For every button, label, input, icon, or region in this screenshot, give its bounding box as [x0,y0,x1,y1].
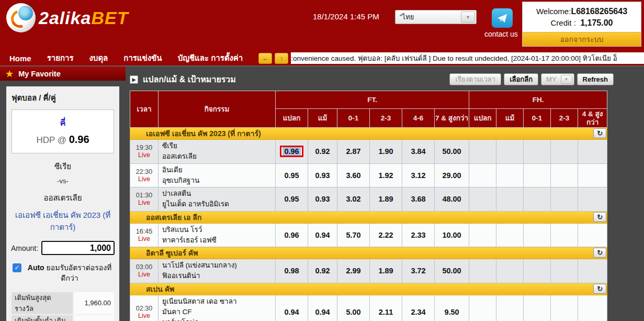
league-name-text: เอเอฟซี เอเชี่ยน คัพ 2023 (ที่ กาตาร์) [146,129,261,138]
arrow-up-icon: ↑ [280,54,284,62]
marquee-up-button[interactable]: ↑ [275,53,288,64]
nav-balance[interactable]: งบดุล [89,52,108,64]
ft-odds-cell[interactable]: 0.95 [276,163,308,187]
ft-odds-cell[interactable]: 0.98 [276,259,308,283]
league-refresh-icon[interactable]: ↻ [593,248,606,258]
limit-value: 50.00 [74,315,114,321]
ft-odds-cell[interactable]: 48.00 [435,187,469,212]
fh-odds-cell [469,223,496,247]
team-name: บริสแบน โรว์ [162,225,272,235]
ft-odds-cell[interactable]: 0.96 [276,223,308,247]
welcome-line: Welcome:L68168265643 [523,6,641,17]
team-name: ยูเนียนนิสตาส เดอ ซาลา [162,296,272,307]
ft-odds-cell[interactable]: 2.87 [337,140,370,164]
ft-odds-cell[interactable]: 0.92 [308,259,337,283]
ft-odds-cell[interactable]: 0.94 [308,295,337,321]
ft-odds-cell[interactable]: 0.93 [308,187,337,212]
credit-line: Credit : 1,175.00 [523,17,641,29]
marquee-back-button[interactable]: ← [258,53,272,64]
arrow-left-icon: ← [262,54,269,62]
refresh-button[interactable]: Refresh [577,73,614,85]
ft-odds-cell[interactable]: 3.84 [402,140,435,164]
fh-odds-cell [551,187,578,212]
league-refresh-icon[interactable]: ↻ [593,212,606,222]
nav-results[interactable]: การแข่งขัน [123,52,162,64]
league-refresh-icon[interactable]: ↻ [593,128,606,138]
ft-odds-cell[interactable]: 5.70 [337,223,370,247]
league-name: สเปน คัพ↻ [130,283,607,295]
language-select[interactable]: "ไทย ▼ [395,10,477,24]
bet-home-team: ซีเรีย [6,160,119,173]
ft-odds-cell[interactable]: 50.00 [435,259,469,283]
ft-odds-cell[interactable]: 3.02 [337,187,370,212]
ft-odds-cell[interactable]: 0.94 [276,295,308,321]
limit-label: เดิมพันขั้นต่ำ เดิมพัน [12,315,73,321]
username: L68168265643 [571,7,627,16]
ft-odds-cell[interactable]: 50.00 [435,140,469,164]
site-logo[interactable]: 2alikaBET [6,3,129,32]
ft-odds-cell[interactable]: 0.95 [276,187,308,212]
team-name: ออสเตรเลีย [162,151,272,162]
ft-odds-cell[interactable]: 1.92 [370,163,402,187]
ft-odds-cell[interactable]: 1.89 [370,187,402,212]
page-title-text: แปลก/แม้ & เป้าหมายรวม [143,73,236,86]
selected-odds-highlight[interactable]: 0.96 [280,146,303,157]
ft-odds-cell[interactable]: 29.00 [435,163,469,187]
ft-odds-cell[interactable]: 3.68 [402,187,435,212]
nav-statement[interactable]: รายการ [47,52,74,64]
bet-odds-line: HDP @ 0.96 [12,134,114,146]
ft-odds-cell[interactable]: 2.33 [402,223,435,247]
nav-account-settings[interactable]: บัญชีและ การตั้งค่า [178,52,243,64]
selected-odds-value: 0.96 [283,147,300,156]
fh-odds-cell [578,163,607,187]
ft-odds-cell[interactable]: 2.34 [402,295,435,321]
nav-home[interactable]: Home [9,54,31,63]
ft-odds-cell[interactable]: 0.92 [308,140,337,164]
ft-odds-cell[interactable]: 1.89 [370,259,402,283]
ft-odds-cell[interactable]: 0.96 [276,140,308,164]
bet-pick: คี่ [12,116,114,129]
ft-odds-cell[interactable]: 10.00 [435,223,469,247]
fh-odds-cell [551,140,578,164]
ft-odds-cell[interactable]: 5.00 [337,295,370,321]
bet-away-team: ออสเตรเลีย [6,192,119,204]
match-teams-cell[interactable]: ยูเนียนนิสตาส เดอ ซาลามันคา CFบาร์เซโลน่… [159,295,276,321]
league-row: สเปน คัพ↻ [130,283,607,295]
match-teams-cell[interactable]: ซีเรียออสเตรเลีย [159,140,276,164]
select-league-button[interactable]: เลือกลีก [504,73,538,85]
league-refresh-icon[interactable]: ↻ [593,284,606,294]
ft-odds-cell[interactable]: 3.72 [402,259,435,283]
ft-odds-cell[interactable]: 2.22 [370,223,402,247]
main-area: ▶ แปลก/แม้ & เป้าหมายรวม เรียงตามเวลา เล… [126,67,644,320]
contact-us-label[interactable]: contact us [484,30,518,38]
ft-odds-cell[interactable]: 0.93 [308,163,337,187]
live-badge: Live [130,312,158,319]
sort-by-time-button[interactable]: เรียงตามเวลา [449,73,501,85]
ft-odds-cell[interactable]: 2.11 [370,295,402,321]
team-name: อินเดีย [162,165,272,175]
match-teams-cell[interactable]: อินเดียอุซเบกิสฐาน [159,163,276,187]
ft-odds-cell[interactable]: 9.50 [435,295,469,321]
chevron-down-icon[interactable]: ▼ [461,12,475,23]
table-header-row-groups: เวลา กิจกรรม FT. FH. [130,91,607,109]
telegram-icon[interactable] [492,8,513,28]
match-time: 01:30 [130,192,158,199]
ft-odds-cell[interactable]: 0.94 [308,223,337,247]
ft-odds-cell[interactable]: 1.90 [370,140,402,164]
logout-button[interactable]: ออกจากระบบ [523,32,641,46]
match-teams-cell[interactable]: บริสแบน โรว์ทาคาร์เธอร์ เอฟซี [159,223,276,247]
ft-odds-cell[interactable]: 3.60 [337,163,370,187]
league-name-text: สเปน คัพ [146,285,174,293]
amount-input[interactable] [41,241,115,255]
ft-odds-cell[interactable]: 3.12 [402,163,435,187]
auto-accept-prefix: Auto [28,263,44,272]
odds-type-select[interactable]: MY ▼ [541,73,574,85]
match-teams-cell[interactable]: นาโปลี (แข่งสนามกลาง)ฟิออเรนติน่า [159,259,276,283]
team-name: ซีเรีย [162,141,272,151]
fh-odds-cell [469,259,496,283]
limit-value: 1,960.00 [74,292,114,314]
live-badge: Live [130,199,158,206]
ft-odds-cell[interactable]: 2.99 [337,259,370,283]
auto-accept-checkbox[interactable]: ✓ [13,263,21,272]
match-teams-cell[interactable]: ปาเลสตีนยูไนเต็ด อาหรับอิมิเรด [159,187,276,212]
